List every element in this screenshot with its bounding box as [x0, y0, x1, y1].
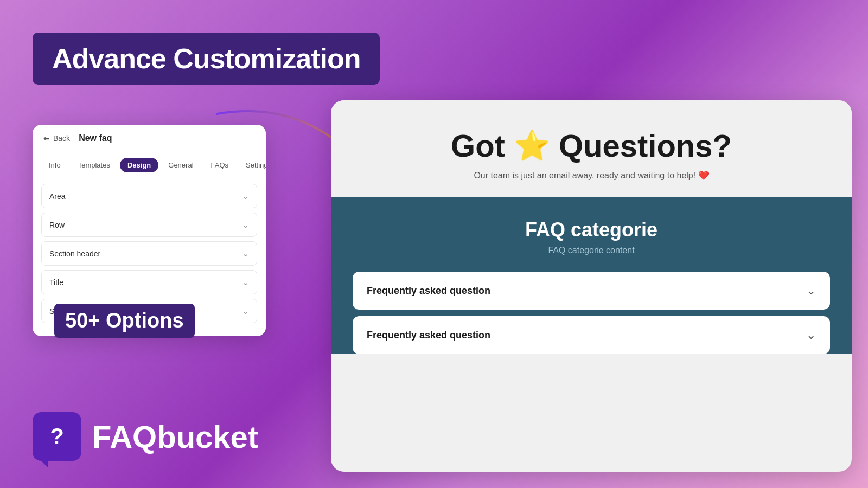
faq-accordion-label-2: Frequently asked question [367, 330, 490, 341]
faq-category-subtitle: FAQ categorie content [353, 246, 830, 255]
star-emoji-icon: ⭐ [514, 129, 550, 163]
editor-item-title[interactable]: Title ⌄ [41, 270, 257, 294]
faq-main-heading: Got ⭐ Questions? [353, 127, 830, 164]
faq-category-section: FAQ categorie FAQ categorie content Freq… [331, 197, 852, 354]
tab-info[interactable]: Info [41, 158, 68, 172]
chevron-down-icon: ⌄ [242, 220, 249, 230]
chevron-down-icon: ⌄ [242, 277, 249, 287]
options-text: 50+ Options [65, 309, 184, 332]
editor-tabs: Info Templates Design General FAQs Setti… [33, 152, 266, 178]
back-button[interactable]: ⬅ Back [43, 134, 70, 143]
brand-icon: ? [33, 412, 81, 461]
editor-item-section-header[interactable]: Section header ⌄ [41, 241, 257, 266]
chevron-down-icon: ⌄ [242, 191, 249, 201]
faq-heading-got: Got [451, 127, 505, 164]
faq-category-title: FAQ categorie [353, 219, 830, 241]
editor-item-area-label: Area [49, 192, 66, 201]
tab-general[interactable]: General [161, 158, 201, 172]
editor-item-title-label: Title [49, 278, 63, 287]
faq-heading-questions: Questions? [559, 127, 732, 164]
faq-accordion-item-1[interactable]: Frequently asked question ⌄ [353, 272, 830, 310]
faq-accordion-item-2[interactable]: Frequently asked question ⌄ [353, 316, 830, 354]
editor-item-section-header-label: Section header [49, 249, 100, 258]
editor-item-area[interactable]: Area ⌄ [41, 184, 257, 208]
chevron-down-icon: ⌄ [806, 328, 816, 342]
brand-section: ? FAQbucket [33, 412, 258, 461]
faq-subtitle: Our team is just an email away, ready an… [353, 170, 830, 181]
tab-settings[interactable]: Settings [238, 158, 266, 172]
tab-faqs[interactable]: FAQs [203, 158, 237, 172]
chevron-down-icon: ⌄ [242, 306, 249, 316]
editor-header: ⬅ Back New faq [33, 125, 266, 152]
tab-design[interactable]: Design [120, 158, 158, 172]
brand-icon-symbol: ? [50, 423, 64, 450]
editor-title: New faq [79, 133, 112, 143]
chevron-down-icon: ⌄ [242, 248, 249, 259]
editor-item-row[interactable]: Row ⌄ [41, 213, 257, 237]
back-icon: ⬅ [43, 134, 50, 143]
main-title: Advance Customization [52, 43, 360, 74]
options-label-banner: 50+ Options [54, 304, 195, 338]
faq-top-section: Got ⭐ Questions? Our team is just an ema… [331, 100, 852, 197]
brand-name: FAQbucket [92, 419, 258, 455]
faq-accordion-label-1: Frequently asked question [367, 285, 490, 297]
main-title-banner: Advance Customization [33, 33, 380, 85]
faq-preview-panel: Got ⭐ Questions? Our team is just an ema… [331, 100, 852, 472]
editor-item-row-label: Row [49, 221, 65, 229]
tab-templates[interactable]: Templates [71, 158, 118, 172]
back-label: Back [53, 134, 70, 143]
chevron-down-icon: ⌄ [806, 284, 816, 298]
